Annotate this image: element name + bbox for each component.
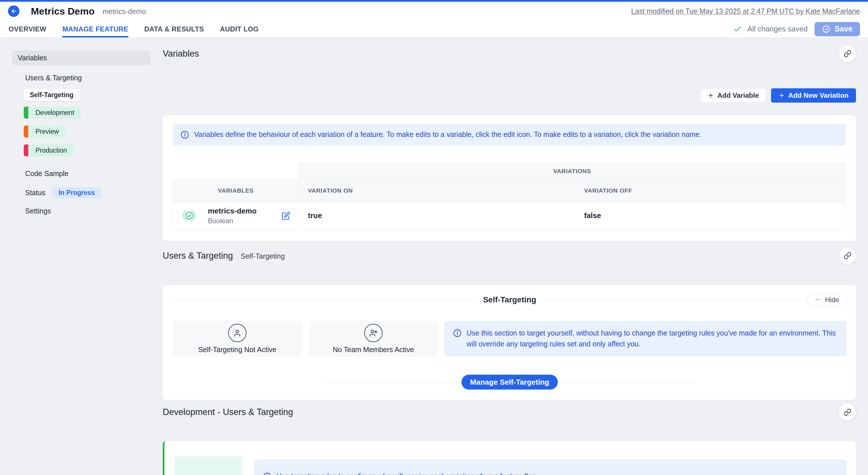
last-modified-link[interactable]: Last modified on Tue May 13 2025 at 2:47… [631,7,860,15]
self-targeting-info-banner: Use this section to target yourself, wit… [444,321,846,356]
tab-data-results[interactable]: DATA & RESULTS [144,21,204,37]
status-badge: In Progress [52,187,101,198]
plus-icon [708,92,714,99]
edit-icon [282,212,290,220]
variable-target-icon [182,209,196,222]
variables-table: VARIATIONS VARIABLES VARIATION ON VARIAT… [173,163,846,229]
info-icon [453,329,462,338]
page-subtitle: metrics-demo [103,7,146,16]
development-heading: Development - Users & Targeting [163,407,293,417]
divider-line [541,300,846,300]
tab-manage-feature[interactable]: MANAGE FEATURE [62,21,128,37]
tab-bar: OVERVIEW MANAGE FEATURE DATA & RESULTS A… [8,21,259,37]
variable-name: metrics-demo [208,207,257,216]
divider-line [323,382,461,382]
self-targeting-status-label: Self-Targeting Not Active [198,346,276,354]
team-members-status-label: No Team Members Active [333,346,414,354]
edit-variable-button[interactable] [282,212,290,220]
sidebar-item-env-production[interactable]: Production [24,144,73,156]
tab-audit-log[interactable]: AUDIT LOG [220,21,259,37]
info-icon [263,472,272,475]
user-circle-icon [228,324,246,342]
sidebar-item-users-targeting[interactable]: Users & Targeting [25,74,82,82]
col-header-variables: VARIABLES [173,179,299,202]
arrow-left-icon [10,8,17,14]
variables-section-header: Variables [163,38,856,70]
header: Metrics Demo metrics-demo Last modified … [0,2,868,38]
self-targeting-banner-text: Use this section to target yourself, wit… [467,328,838,349]
development-section-header: Development - Users & Targeting [163,400,856,425]
variable-type: Boolean [208,217,257,225]
variables-banner-text: Variables define the behaviour of each v… [194,129,702,140]
user-plus-circle-icon [364,324,382,342]
development-link-button[interactable] [839,404,856,421]
info-icon [180,130,189,139]
plus-icon [778,92,785,99]
users-targeting-section-header: Users & Targeting Self-Targeting [163,241,856,271]
sidebar: Variables Users & Targeting Self-Targeti… [8,38,156,475]
table-corner-cell [173,163,299,179]
minus-icon [814,297,821,303]
table-row-variable-cell: metrics-demo Boolean [173,202,299,229]
manage-self-targeting-button[interactable]: Manage Self-Targeting [461,375,558,389]
self-targeting-card: Self-Targeting Hide Self-Targeting Not A… [163,285,856,400]
env-color-bar [24,125,28,137]
targeting-toggle-box: Targeting ON [175,456,243,475]
save-status-text: All changes saved [747,25,808,33]
hide-button[interactable]: Hide [807,293,846,306]
development-banner-text: Use targeting rules to configure who wil… [276,471,538,475]
users-targeting-subheading: Self-Targeting [241,252,285,260]
sidebar-item-env-development[interactable]: Development [24,106,81,119]
user-icon [233,328,242,338]
circle-check-icon [822,25,831,33]
add-new-variation-button[interactable]: Add New Variation [771,88,856,103]
variation-off-value: false [584,211,601,220]
table-row-variation-on-cell: true [299,202,576,229]
sidebar-item-env-preview[interactable]: Preview [24,125,65,137]
users-targeting-heading: Users & Targeting [163,251,233,261]
variables-link-button[interactable] [839,45,856,62]
sidebar-item-settings[interactable]: Settings [25,207,51,215]
variables-heading: Variables [163,49,199,59]
link-icon [844,408,851,416]
saved-check-icon [733,25,742,33]
sidebar-item-variables[interactable]: Variables [12,50,150,65]
page-title: Metrics Demo [31,6,95,17]
col-header-variation-off: VARIATION OFF [576,179,846,202]
self-targeting-status-card: Self-Targeting Not Active [173,321,302,356]
user-plus-icon [369,328,378,338]
self-targeting-panel-title: Self-Targeting [478,295,541,305]
env-color-bar [24,106,28,119]
divider-line [558,382,696,382]
back-button[interactable] [8,5,20,17]
env-color-bar [24,144,28,156]
variation-on-value: true [308,211,322,220]
sidebar-item-self-targeting[interactable]: Self-Targeting [24,89,80,101]
link-icon [844,50,851,58]
variables-info-banner: Variables define the behaviour of each v… [173,124,846,146]
add-variable-button[interactable]: Add Variable [700,88,766,103]
development-info-banner: Use targeting rules to configure who wil… [254,459,847,475]
team-members-status-card: No Team Members Active [309,321,438,356]
sidebar-item-code-sample[interactable]: Code Sample [25,169,68,178]
save-button[interactable]: Save [814,22,860,36]
divider-line [173,300,478,300]
sidebar-item-status[interactable]: Status [25,189,45,197]
development-targeting-card: Targeting ON Use targeting rules to conf… [163,441,856,475]
users-targeting-link-button[interactable] [839,247,856,264]
link-icon [844,252,851,259]
table-row-variation-off-cell: false [576,202,846,229]
variables-card: Variables define the behaviour of each v… [163,115,856,241]
col-header-variation-on: VARIATION ON [299,179,576,202]
tab-overview[interactable]: OVERVIEW [8,21,46,37]
variations-group-header: VARIATIONS [299,163,846,179]
